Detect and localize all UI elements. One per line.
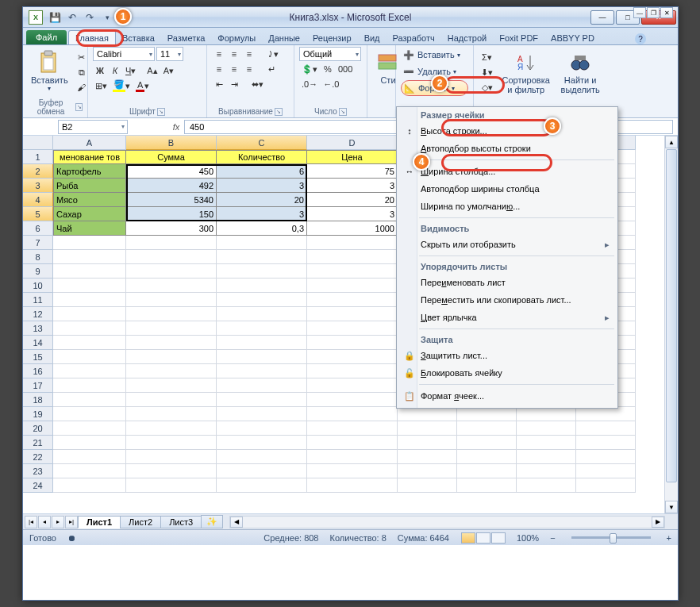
row-header-7[interactable]: 7 (23, 236, 53, 250)
cell-A20[interactable] (53, 421, 126, 436)
cell-A10[interactable] (53, 279, 126, 293)
decrease-indent-button[interactable]: ⇤ (212, 77, 226, 91)
column-header-B[interactable]: B (126, 136, 217, 150)
column-header-C[interactable]: C (217, 136, 307, 150)
currency-button[interactable]: 💲▾ (299, 62, 320, 76)
fill-button[interactable]: ⬇▾ (479, 65, 495, 79)
cell-C5[interactable]: 3 (217, 207, 307, 221)
cell-G22[interactable] (517, 450, 576, 464)
align-bottom-button[interactable]: ≡ (242, 47, 256, 61)
cell-C19[interactable] (217, 407, 307, 421)
cell-D7[interactable] (307, 236, 398, 250)
scroll-down-button[interactable]: ▼ (665, 501, 678, 513)
autosum-button[interactable]: Σ▾ (479, 50, 495, 64)
cell-E22[interactable] (398, 450, 457, 464)
clipboard-launcher[interactable]: ↘ (75, 103, 83, 111)
cell-D12[interactable] (307, 307, 398, 321)
cell-B1[interactable]: Сумма (126, 150, 217, 164)
font-size-combo[interactable]: 11 (156, 47, 183, 61)
cell-A7[interactable] (53, 236, 126, 250)
cell-A14[interactable] (53, 336, 126, 350)
row-header-4[interactable]: 4 (23, 193, 53, 207)
cell-D2[interactable]: 75 (307, 164, 398, 179)
tab-foxit[interactable]: Foxit PDF (493, 31, 544, 44)
cell-C23[interactable] (217, 464, 307, 478)
sheet-nav-last[interactable]: ▸| (65, 516, 78, 528)
tab-addins[interactable]: Надстрой (441, 31, 493, 44)
menu-hide-unhide[interactable]: Скрыть или отобразить (397, 236, 617, 253)
cell-D8[interactable] (307, 250, 398, 264)
row-header-1[interactable]: 1 (23, 150, 53, 164)
name-box[interactable]: B2 (58, 120, 128, 134)
menu-row-height[interactable]: ↕ВВысота строки...ысота строки... (397, 122, 617, 140)
doc-minimize-button[interactable]: — (633, 7, 646, 18)
row-header-22[interactable]: 22 (23, 450, 53, 464)
cell-B7[interactable] (126, 236, 217, 250)
number-launcher[interactable]: ↘ (339, 108, 347, 116)
scroll-up-button[interactable]: ▲ (665, 136, 678, 148)
cell-E24[interactable] (398, 478, 457, 493)
merge-button[interactable]: ⬌▾ (249, 77, 266, 91)
tab-view[interactable]: Вид (358, 31, 387, 44)
cell-B17[interactable] (126, 378, 217, 393)
cell-A11[interactable] (53, 293, 126, 307)
fx-button[interactable]: fx (168, 122, 184, 132)
cell-B22[interactable] (126, 450, 217, 464)
decrease-font-button[interactable]: A▾ (161, 63, 176, 78)
row-header-2[interactable]: 2 (23, 164, 53, 179)
italic-button[interactable]: К (108, 63, 122, 78)
row-header-23[interactable]: 23 (23, 464, 53, 478)
cell-C10[interactable] (217, 279, 307, 293)
cell-B15[interactable] (126, 350, 217, 364)
cell-C7[interactable] (217, 236, 307, 250)
scroll-thumb[interactable] (666, 149, 677, 482)
menu-default-width[interactable]: Ширина по умолчанию... (397, 198, 617, 215)
font-color-button[interactable]: A▾ (133, 79, 152, 93)
row-header-8[interactable]: 8 (23, 250, 53, 264)
cell-G21[interactable] (517, 436, 576, 450)
cell-D21[interactable] (307, 436, 398, 450)
find-select-button[interactable]: Найти и выделить (556, 47, 604, 94)
tab-file[interactable]: Файл (26, 30, 67, 44)
row-header-5[interactable]: 5 (23, 207, 53, 221)
row-header-12[interactable]: 12 (23, 307, 53, 321)
cell-A8[interactable] (53, 250, 126, 264)
tab-formulas[interactable]: Формулы (211, 31, 262, 44)
cell-B12[interactable] (126, 307, 217, 321)
cell-A15[interactable] (53, 350, 126, 364)
cell-A6[interactable]: Чай (53, 221, 126, 236)
cell-B19[interactable] (126, 407, 217, 421)
menu-move-copy-sheet[interactable]: Переместить или скопировать лист... (397, 291, 617, 309)
cell-C9[interactable] (217, 264, 307, 279)
align-launcher[interactable]: ↘ (275, 108, 283, 116)
cell-A17[interactable] (53, 378, 126, 393)
cell-B20[interactable] (126, 421, 217, 436)
cell-A2[interactable]: Картофель (53, 164, 126, 179)
cell-C2[interactable]: 6 (217, 164, 307, 179)
save-icon[interactable]: 💾 (47, 10, 63, 25)
percent-button[interactable]: % (321, 62, 335, 76)
sheet-nav-next[interactable]: ▸ (52, 516, 64, 528)
number-format-combo[interactable]: Общий (299, 47, 361, 61)
cell-C1[interactable]: Количество (217, 150, 307, 164)
cell-C6[interactable]: 0,3 (217, 221, 307, 236)
font-launcher[interactable]: ↘ (157, 108, 165, 116)
cell-F20[interactable] (457, 421, 517, 436)
menu-format-cells[interactable]: 📋Формат ячеек... (397, 387, 617, 405)
row-header-20[interactable]: 20 (23, 421, 53, 436)
cell-D24[interactable] (307, 478, 398, 493)
minimize-button[interactable]: — (590, 10, 614, 25)
align-middle-button[interactable]: ≡ (227, 47, 241, 61)
menu-autofit-col[interactable]: Автоподбор ширины столбца (397, 180, 617, 198)
cell-D4[interactable]: 20 (307, 193, 398, 207)
row-header-17[interactable]: 17 (23, 378, 53, 393)
cell-A12[interactable] (53, 307, 126, 321)
cell-C15[interactable] (217, 350, 307, 364)
cell-B23[interactable] (126, 464, 217, 478)
cell-D1[interactable]: Цена (307, 150, 398, 164)
cell-H20[interactable] (576, 421, 636, 436)
cell-H22[interactable] (576, 450, 636, 464)
cell-A21[interactable] (53, 436, 126, 450)
cell-G20[interactable] (517, 421, 576, 436)
row-header-13[interactable]: 13 (23, 321, 53, 336)
